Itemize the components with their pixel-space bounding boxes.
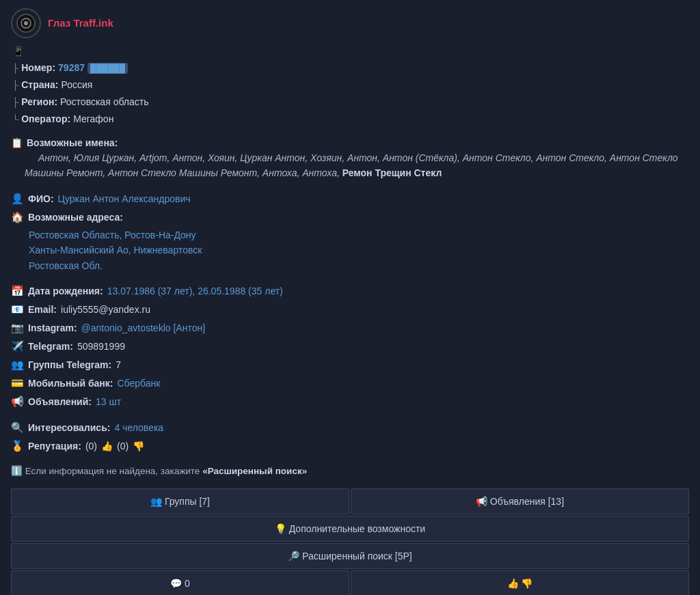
app-header: Глаз Traff.ink xyxy=(11,8,689,38)
reputation-medal-icon: 🏅 xyxy=(11,438,24,454)
reputation-row: 🏅 Репутация: (0) 👍 (0) 👎 xyxy=(11,438,689,454)
telegram-id-value: 509891999 xyxy=(77,339,125,354)
notice-text-before: Если информация не найдена, закажите xyxy=(25,466,200,476)
region-label: Регион: xyxy=(21,94,57,109)
tree-char-operator: └ xyxy=(12,113,18,127)
telegram-id-icon: ✈️ xyxy=(11,338,24,355)
instagram-row: 📷 Instagram: @antonio_avtosteklo [Антон] xyxy=(11,320,689,336)
birthdate-row: 📅 Дата рождения: 13.07.1986 (37 лет), 26… xyxy=(11,283,689,299)
names-list-bold: Ремон Трещин Стекл xyxy=(342,167,442,178)
bank-icon: 💳 xyxy=(11,375,24,391)
svg-point-2 xyxy=(24,21,28,25)
fio-section: 👤 ФИО: Цуркан Антон Александрович 🏠 Возм… xyxy=(11,191,689,273)
app-logo xyxy=(11,8,41,38)
bank-value: Сбербанк xyxy=(117,376,160,391)
bank-row: 💳 Мобильный банк: Сбербанк xyxy=(11,375,689,391)
telegram-id-row: ✈️ Telegram: 509891999 xyxy=(11,338,689,355)
interested-value: 4 человека xyxy=(114,420,163,435)
thumbs-up-icon: 👍 xyxy=(101,439,113,454)
details-section: 📅 Дата рождения: 13.07.1986 (37 лет), 26… xyxy=(11,283,689,410)
interest-section: 🔍 Интересовались: 4 человека 🏅 Репутация… xyxy=(11,419,689,454)
instagram-icon: 📷 xyxy=(11,320,24,336)
reputation-positive-count: (0) xyxy=(85,439,97,454)
names-content: Антон, Юлия Цуркан, Artjom, Антон, Хояин… xyxy=(11,150,689,181)
fio-row: 👤 ФИО: Цуркан Антон Александрович xyxy=(11,191,689,207)
instagram-label: Instagram: xyxy=(28,320,77,335)
telegram-id-label: Telegram: xyxy=(28,339,73,354)
ads-count-row: 📢 Объявлений: 13 шт xyxy=(11,393,689,410)
notice-row: ℹ️ Если информация не найдена, закажите … xyxy=(11,464,689,479)
tree-char-country: ├ xyxy=(12,79,18,93)
tree-char-number: ├ xyxy=(12,61,18,76)
operator-label: Оператор: xyxy=(21,111,70,126)
fio-label: ФИО: xyxy=(28,191,54,206)
names-icon: 📋 xyxy=(11,135,23,150)
address-2: Ханты-Мансийский Ао, Нижневартовск xyxy=(29,243,689,258)
groups-button[interactable]: 👥 Группы [7] xyxy=(11,488,349,514)
phone-block: 📱 ├ Номер: 79287 ██████ ├ Страна: Россия… xyxy=(11,44,689,127)
telegram-groups-icon: 👥 xyxy=(11,357,24,373)
extended-search-button[interactable]: 🔎 Расширенный поиск [5Р] xyxy=(11,543,689,569)
ads-button[interactable]: 📢 Объявления [13] xyxy=(351,488,689,514)
reputation-negative-count: (0) xyxy=(117,439,129,454)
phone-icon: 📱 xyxy=(12,44,24,59)
operator-line: └ Оператор: Мегафон xyxy=(11,111,689,127)
interested-label: Интересовались: xyxy=(28,420,110,435)
bank-label: Мобильный банк: xyxy=(28,376,113,391)
reactions-button[interactable]: 👍 👎 xyxy=(351,570,689,595)
fio-value: Цуркан Антон Александрович xyxy=(58,191,191,206)
thumbs-down-icon: 👎 xyxy=(133,439,144,454)
more-options-button[interactable]: 💡 Дополнительные возможности xyxy=(11,516,689,542)
app-title: Глаз Traff.ink xyxy=(48,15,113,31)
country-label: Страна: xyxy=(21,77,58,92)
ads-count-value: 13 шт xyxy=(96,394,121,409)
bottom-row: 💬 0 👍 👎 xyxy=(11,570,689,595)
instagram-value: @antonio_avtosteklo [Антон] xyxy=(81,320,205,335)
operator-value: Мегафон xyxy=(73,111,113,126)
main-buttons-grid: 👥 Группы [7] 📢 Объявления [13] xyxy=(11,488,689,514)
comments-button[interactable]: 💬 0 xyxy=(11,570,349,595)
tree-char-region: ├ xyxy=(12,96,18,110)
names-section: 📋 Возможные имена: Антон, Юлия Цуркан, A… xyxy=(11,135,689,181)
telegram-groups-label: Группы Telegram: xyxy=(28,357,111,372)
notice-icon: ℹ️ xyxy=(11,466,23,476)
email-icon: 📧 xyxy=(11,301,24,318)
phone-icon-line: 📱 xyxy=(11,44,689,59)
region-value: Ростовская область xyxy=(60,94,148,109)
fio-icon: 👤 xyxy=(11,191,24,207)
addresses-icon: 🏠 xyxy=(11,209,24,225)
email-value: iuliy5555@yandex.ru xyxy=(61,302,150,317)
ads-count-icon: 📢 xyxy=(11,393,24,410)
birthdate-icon: 📅 xyxy=(11,283,24,299)
notice-link-text: «Расширенный поиск» xyxy=(202,466,307,476)
phone-number-line: ├ Номер: 79287 ██████ xyxy=(11,60,689,76)
email-row: 📧 Email: iuliy5555@yandex.ru xyxy=(11,301,689,318)
birthdate-value: 13.07.1986 (37 лет), 26.05.1988 (35 лет) xyxy=(107,283,283,299)
address-1: Ростовская Область, Ростов-На-Дону xyxy=(29,227,689,243)
addresses-label: Возможные адреса: xyxy=(28,210,123,225)
ads-count-label: Объявлений: xyxy=(28,394,92,409)
reputation-label: Репутация: xyxy=(28,439,81,454)
addresses-title-row: 🏠 Возможные адреса: xyxy=(11,209,689,225)
birthdate-label: Дата рождения: xyxy=(28,283,103,299)
addresses-list: Ростовская Область, Ростов-На-Дону Ханты… xyxy=(11,227,689,273)
country-line: ├ Страна: Россия xyxy=(11,77,689,93)
number-value: 79287 ██████ xyxy=(58,60,128,75)
telegram-groups-row: 👥 Группы Telegram: 7 xyxy=(11,357,689,373)
telegram-groups-value: 7 xyxy=(116,357,121,372)
address-3: Ростовская Обл. xyxy=(29,258,689,273)
region-line: ├ Регион: Ростовская область xyxy=(11,94,689,110)
interested-icon: 🔍 xyxy=(11,419,24,436)
country-value: Россия xyxy=(61,77,92,92)
names-list-normal: Антон, Юлия Цуркан, Artjom, Антон, Хояин… xyxy=(25,152,678,178)
interested-row: 🔍 Интересовались: 4 человека xyxy=(11,419,689,436)
names-title: Возможные имена: xyxy=(27,135,118,150)
email-label: Email: xyxy=(28,302,57,317)
number-label: Номер: xyxy=(21,60,55,75)
